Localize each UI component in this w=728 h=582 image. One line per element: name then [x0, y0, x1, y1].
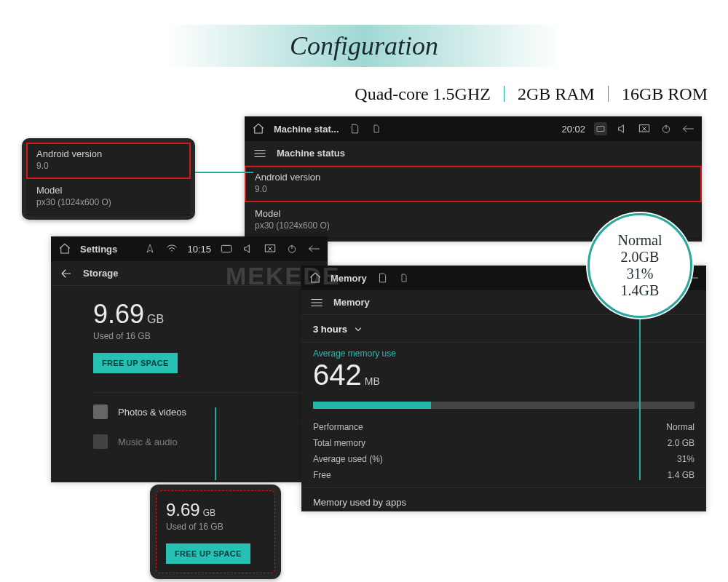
panel-storage: Settings 10:15 Storage 9.69GB Used of 16…: [51, 236, 328, 482]
range-selector[interactable]: 3 hours: [301, 315, 706, 342]
sub-title: Machine status: [277, 148, 345, 159]
callout-android-version: Android version 9.0 Model px30 (1024x600…: [22, 138, 195, 220]
sub-bar: Storage: [51, 261, 328, 286]
callout-line: Normal: [617, 232, 662, 249]
row-label: Android version: [255, 172, 692, 183]
list-item-label: Photos & videos: [118, 407, 186, 418]
row-value: 9.0: [36, 161, 181, 171]
list-item[interactable]: Photos & videos: [93, 392, 328, 422]
app-title: Memory: [331, 273, 367, 284]
spec-sep: [504, 86, 505, 102]
spec-ram: 2GB RAM: [518, 84, 595, 103]
connector-line: [215, 407, 216, 480]
sub-title: Storage: [83, 268, 118, 279]
row-label: Android version: [36, 148, 181, 159]
list-item[interactable]: Music & audio: [93, 422, 328, 452]
sd-icon: [376, 271, 389, 284]
clock: 10:15: [187, 244, 211, 255]
back-icon[interactable]: [681, 122, 695, 135]
mute-icon[interactable]: [264, 242, 277, 255]
sub-title: Memory: [333, 297, 370, 308]
spec-sep: [608, 86, 609, 102]
avg-memory-label: Average memory use: [301, 343, 706, 359]
row-model: Model px30 (1024x600 O): [26, 179, 191, 215]
sim-icon: [370, 122, 383, 135]
kv-row: Average used (%)31%: [301, 451, 706, 467]
row-android-version: Android version 9.0: [26, 143, 191, 179]
status-bar: Machine stat... 20:02: [245, 116, 702, 141]
kv-row: PerformanceNormal: [301, 419, 706, 435]
connector-line: [639, 313, 641, 480]
spec-rom: 16GB ROM: [622, 84, 708, 103]
callout-line: 2.0GB: [621, 249, 660, 266]
power-icon[interactable]: [285, 242, 298, 255]
memory-footer[interactable]: Memory used by apps: [301, 487, 706, 509]
memory-bar-fill: [313, 402, 431, 409]
screenshot-icon[interactable]: [594, 122, 607, 135]
mute-icon[interactable]: [638, 122, 651, 135]
row-value: px30 (1024x600 O): [36, 197, 181, 207]
storage-used-sub: Used of 16 GB: [93, 331, 328, 341]
kv-row: Free1.4 GB: [301, 467, 706, 483]
free-up-space-button[interactable]: FREE UP SPACE: [93, 353, 178, 373]
connector-line: [195, 172, 253, 173]
svg-rect-3: [221, 245, 231, 252]
free-up-space-button[interactable]: FREE UP SPACE: [166, 543, 250, 564]
storage-used-value: 9.69GB: [93, 299, 164, 330]
storage-used-value: 9.69GB: [166, 500, 215, 520]
menu-icon[interactable]: [253, 148, 266, 159]
home-icon[interactable]: [309, 271, 322, 284]
volume-icon[interactable]: [242, 242, 255, 255]
list-item-label: Music & audio: [118, 436, 178, 447]
page-title: Configuration: [166, 25, 562, 67]
music-icon: [93, 434, 108, 449]
home-icon[interactable]: [58, 242, 71, 255]
row-android-version[interactable]: Android version 9.0: [245, 166, 702, 202]
status-bar: Settings 10:15: [51, 236, 328, 261]
photos-icon: [93, 404, 108, 419]
gps-icon: [143, 242, 157, 255]
home-icon[interactable]: [252, 122, 265, 135]
row-value: 9.0: [255, 184, 692, 194]
volume-icon[interactable]: [616, 122, 629, 135]
sd-icon: [348, 122, 361, 135]
menu-icon[interactable]: [310, 298, 323, 308]
spec-line: Quad-core 1.5GHZ 2GB RAM 16GB ROM: [0, 84, 708, 104]
kv-row: Total memory2.0 GB: [301, 435, 706, 451]
sub-bar: Machine status: [245, 141, 702, 166]
power-icon[interactable]: [660, 122, 673, 135]
back-arrow-icon[interactable]: [60, 268, 73, 279]
sim-icon: [397, 271, 411, 284]
screenshot-icon[interactable]: [220, 242, 233, 255]
callout-line: 31%: [627, 266, 654, 282]
avg-memory-value: 642MB: [301, 359, 706, 399]
callout-storage: 9.69GB Used of 16 GB FREE UP SPACE: [150, 485, 281, 579]
spec-cpu: Quad-core 1.5GHZ: [355, 84, 491, 103]
app-title: Settings: [80, 244, 117, 255]
row-label: Model: [36, 185, 181, 196]
chevron-down-icon: [355, 327, 362, 332]
callout-memory: Normal 2.0GB 31% 1.4GB: [587, 213, 692, 318]
svg-rect-0: [597, 127, 604, 132]
app-title: Machine stat...: [274, 124, 339, 135]
callout-line: 1.4GB: [621, 282, 660, 299]
back-icon[interactable]: [307, 242, 320, 255]
clock: 20:02: [561, 124, 585, 135]
memory-bar: [313, 402, 695, 409]
wifi-icon: [165, 242, 178, 255]
storage-used-sub: Used of 16 GB: [166, 522, 265, 532]
